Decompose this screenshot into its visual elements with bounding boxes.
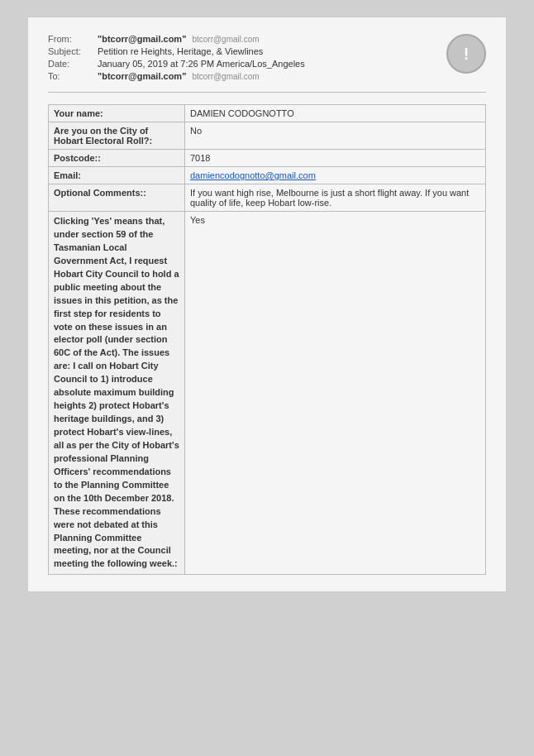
field-value-electoral: No	[185, 122, 486, 150]
email-container: From: "btcorr@gmail.com" btcorr@gmail.co…	[27, 17, 507, 592]
to-row: To: "btcorr@gmail.com" btcorr@gmail.com	[48, 71, 486, 81]
subject-label: Subject:	[48, 46, 98, 56]
field-label-name: Your name:	[49, 105, 185, 122]
to-label: To:	[48, 71, 98, 81]
to-muted: btcorr@gmail.com	[192, 72, 259, 81]
subject-row: Subject: Petition re Heights, Heritage, …	[48, 46, 486, 56]
field-label-postcode: Postcode::	[49, 150, 185, 167]
from-row: From: "btcorr@gmail.com" btcorr@gmail.co…	[48, 34, 486, 44]
to-value: "btcorr@gmail.com" btcorr@gmail.com	[98, 71, 260, 81]
from-label: From:	[48, 34, 98, 44]
field-label-electoral: Are you on the City of Hobart Electoral …	[49, 122, 185, 150]
field-label-email: Email:	[49, 167, 185, 184]
table-row: Postcode:: 7018	[49, 150, 486, 167]
from-value: "btcorr@gmail.com" btcorr@gmail.com	[98, 34, 260, 44]
date-row: Date: January 05, 2019 at 7:26 PM Americ…	[48, 59, 486, 69]
subject-value: Petition re Heights, Heritage, & Viewlin…	[98, 46, 263, 56]
table-row: Your name: DAMIEN CODOGNOTTO	[49, 105, 486, 122]
email-link[interactable]: damiencodognotto@gmail.com	[190, 170, 316, 180]
field-value-petition: Yes	[185, 212, 486, 575]
from-bold: "btcorr@gmail.com"	[98, 34, 186, 44]
field-value-email: damiencodognotto@gmail.com	[185, 167, 486, 184]
field-value-name: DAMIEN CODOGNOTTO	[185, 105, 486, 122]
field-value-comments: If you want high rise, Melbourne is just…	[185, 184, 486, 212]
table-row: Clicking 'Yes' means that, under section…	[49, 212, 486, 575]
date-value: January 05, 2019 at 7:26 PM America/Los_…	[98, 59, 305, 69]
table-row: Optional Comments:: If you want high ris…	[49, 184, 486, 212]
date-label: Date:	[48, 59, 98, 69]
email-header: From: "btcorr@gmail.com" btcorr@gmail.co…	[48, 34, 486, 93]
table-row: Are you on the City of Hobart Electoral …	[49, 122, 486, 150]
field-label-petition: Clicking 'Yes' means that, under section…	[49, 212, 185, 575]
from-muted: btcorr@gmail.com	[192, 35, 259, 44]
table-row: Email: damiencodognotto@gmail.com	[49, 167, 486, 184]
to-bold: "btcorr@gmail.com"	[98, 71, 186, 81]
field-value-postcode: 7018	[185, 150, 486, 167]
fields-table: Your name: DAMIEN CODOGNOTTO Are you on …	[48, 104, 486, 575]
importance-stamp: !	[446, 34, 486, 74]
field-label-comments: Optional Comments::	[49, 184, 185, 212]
